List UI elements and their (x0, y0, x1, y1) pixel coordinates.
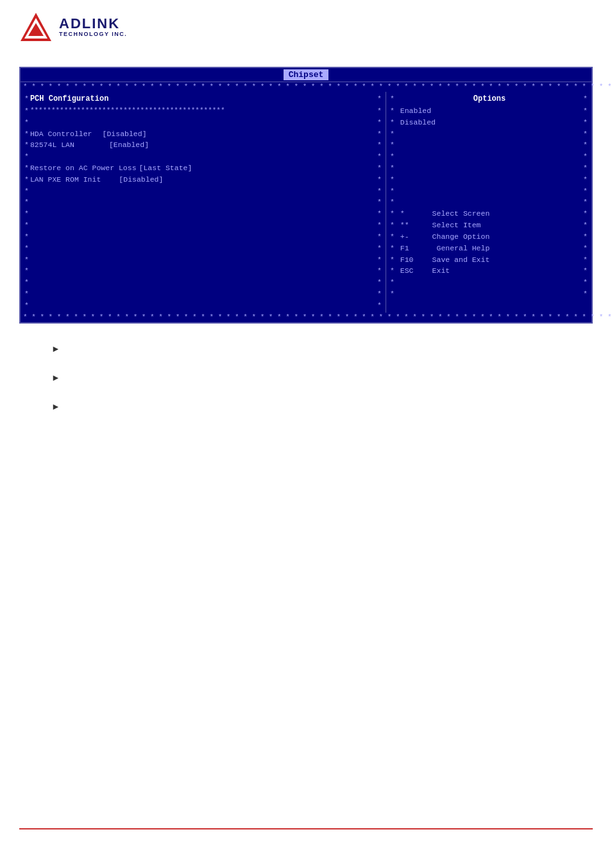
empty-row-4: ** (24, 196, 382, 208)
empty-row-6: ** (24, 220, 382, 231)
star-left: * (24, 93, 29, 105)
bios-main-content: * PCH Configuration * * ****************… (21, 92, 591, 312)
empty-row-8: ** (24, 243, 382, 254)
option-enabled: Enabled (396, 105, 431, 117)
bullet-item-1: ► (51, 343, 593, 354)
bullet-item-2: ► (51, 372, 593, 383)
lan-pxe-label: LAN PXE ROM Init (30, 174, 101, 186)
section-title-row: * PCH Configuration * (24, 93, 382, 105)
keybind-general-help: * F1 General Help * (390, 243, 588, 254)
subheader-row: * **************************************… (24, 105, 382, 117)
logo-subtitle: TECHNOLOGY INC. (59, 31, 127, 38)
r-empty-2: ** (390, 139, 588, 151)
key-save-exit-desc: Save and Exit (419, 254, 489, 266)
key-select-screen-key: * (396, 208, 419, 220)
empty-row-2: * * (24, 151, 382, 162)
empty-row-5: ** (24, 208, 382, 220)
bullet-arrow-1: ► (51, 343, 60, 354)
bullet-arrow-2: ► (51, 372, 60, 383)
logo-area: ADLINK TECHNOLOGY INC. (0, 0, 612, 54)
restore-power-label: Restore on AC Power Loss (30, 162, 137, 174)
key-exit-key: ESC (396, 265, 419, 277)
key-select-item-desc: Select Item (419, 220, 481, 231)
options-title-row: * Options * (390, 93, 588, 105)
keybind-select-item: * ** Select Item * (390, 220, 588, 231)
empty-row-12: ** (24, 288, 382, 300)
r-empty-9: ** (390, 288, 588, 300)
empty-row-11: ** (24, 277, 382, 288)
star-left-2: * (24, 105, 29, 117)
lan-label: 82574L LAN (30, 139, 74, 151)
keybind-exit: * ESC Exit * (390, 265, 588, 277)
restore-power-value: [Last State] (139, 162, 192, 174)
empty-row-10: ** (24, 265, 382, 277)
options-title: Options (396, 93, 583, 105)
hda-label: HDA Controller (30, 128, 92, 140)
bios-right-panel: * Options * * Enabled * * Disabled * ** … (386, 92, 591, 312)
option-enabled-row: * Enabled * (390, 105, 588, 117)
r-empty-8: ** (390, 277, 588, 288)
lan-pxe-value: [Disabled] (119, 174, 163, 186)
hda-controller-row: * HDA Controller [Disabled] * (24, 128, 382, 140)
key-change-option-desc: Change Option (419, 231, 489, 243)
key-exit-desc: Exit (419, 265, 450, 277)
lan-value: [Enabled] (109, 139, 149, 151)
keybind-change-option: * +- Change Option * (390, 231, 588, 243)
bios-screen: Chipset * * * * * * * * * * * * * * * * … (19, 67, 593, 324)
lan-pxe-row: * LAN PXE ROM Init [Disabled] * (24, 174, 382, 186)
key-general-help-desc: General Help (419, 243, 489, 254)
r-empty-3: ** (390, 151, 588, 162)
bios-stars-top: * * * * * * * * * * * * * * * * * * * * … (21, 82, 591, 92)
star-right: * (377, 93, 382, 105)
logo-adlink: ADLINK (59, 16, 127, 31)
keybind-select-screen: * * Select Screen * (390, 208, 588, 220)
key-general-help-key: F1 (396, 243, 419, 254)
bios-left-panel: * PCH Configuration * * ****************… (21, 92, 386, 312)
bullet-arrow-3: ► (51, 401, 60, 412)
key-select-item-key: ** (396, 220, 419, 231)
empty-row-3: ** (24, 186, 382, 197)
bios-title: Chipset (284, 69, 329, 80)
logo-text-group: ADLINK TECHNOLOGY INC. (59, 16, 127, 38)
bios-stars-bottom: * * * * * * * * * * * * * * * * * * * * … (21, 313, 591, 322)
lan-row: * 82574L LAN [Enabled] * (24, 139, 382, 151)
restore-power-row: * Restore on AC Power Loss [Last State] … (24, 162, 382, 174)
key-select-screen-desc: Select Screen (419, 208, 489, 220)
r-empty-1: ** (390, 128, 588, 140)
bottom-divider (19, 828, 593, 829)
empty-row-9: ** (24, 254, 382, 266)
empty-row-7: ** (24, 231, 382, 243)
option-disabled: Disabled (396, 117, 436, 128)
bullet-item-3: ► (51, 401, 593, 412)
empty-row-1: * * (24, 117, 382, 128)
r-empty-4: ** (390, 162, 588, 174)
section-title: PCH Configuration (30, 93, 108, 105)
r-empty-6: ** (390, 186, 588, 197)
key-change-option-key: +- (396, 231, 419, 243)
r-empty-7: ** (390, 196, 588, 208)
bios-title-bar: Chipset (21, 68, 591, 82)
subheader-stars: ****************************************… (30, 105, 225, 117)
hda-value: [Disabled] (103, 128, 147, 140)
keybind-save-exit: * F10 Save and Exit * (390, 254, 588, 266)
option-disabled-row: * Disabled * (390, 117, 588, 128)
below-bios-section: ► ► ► (51, 343, 593, 412)
r-empty-5: ** (390, 174, 588, 186)
empty-row-13: ** (24, 300, 382, 311)
adlink-logo-icon (19, 12, 53, 42)
key-save-exit-key: F10 (396, 254, 419, 266)
star-right-2: * (377, 105, 382, 117)
